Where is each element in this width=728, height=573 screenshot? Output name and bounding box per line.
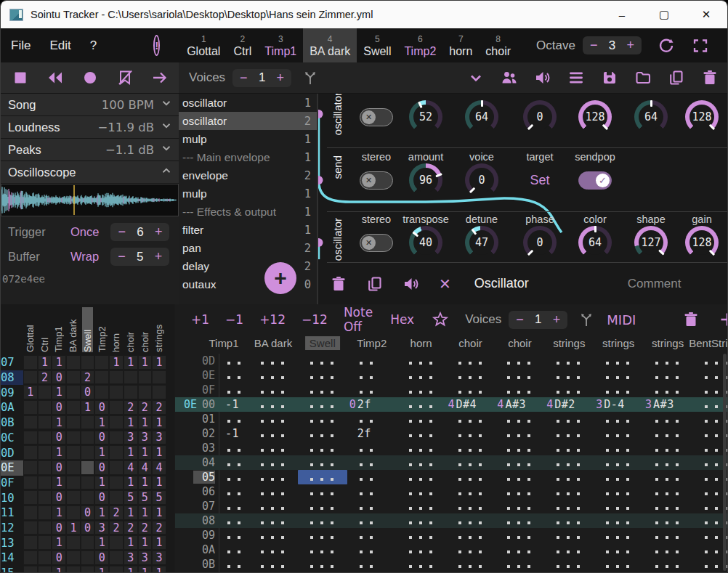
pattern-cell[interactable]: [347, 369, 397, 382]
order-cell[interactable]: 0: [52, 550, 66, 565]
order-column-strings[interactable]: strings: [153, 307, 164, 352]
pattern-cell[interactable]: [544, 383, 594, 397]
order-cell[interactable]: 1: [52, 415, 66, 430]
order-column-timp2[interactable]: Timp2: [97, 307, 108, 352]
pattern-cell[interactable]: [347, 558, 397, 571]
order-cell[interactable]: [66, 385, 81, 399]
pattern-cell[interactable]: [446, 500, 496, 513]
voices-plus-button[interactable]: +: [277, 70, 285, 86]
order-cell[interactable]: 1: [124, 535, 138, 550]
trigger-minus-button[interactable]: −: [118, 224, 126, 240]
unit-item-envelope[interactable]: envelope2: [179, 166, 317, 184]
order-cell[interactable]: [66, 566, 81, 573]
pattern-cell[interactable]: [495, 354, 544, 367]
order-cell[interactable]: [94, 385, 109, 399]
order-cell[interactable]: 0: [52, 431, 66, 445]
order-row-number[interactable]: 09: [1, 385, 23, 400]
order-cell[interactable]: 2: [109, 521, 124, 535]
pattern-cell[interactable]: 2f: [347, 427, 397, 440]
stop-icon[interactable]: [12, 69, 29, 86]
pattern-track-header-strings[interactable]: strings: [647, 336, 688, 350]
pattern-cell[interactable]: [248, 485, 298, 498]
pattern-cell[interactable]: [643, 354, 692, 367]
order-row-number[interactable]: 13: [1, 535, 23, 550]
pattern-cell[interactable]: [495, 558, 544, 571]
order-cell[interactable]: 0: [94, 400, 109, 415]
pattern-cell[interactable]: [397, 543, 446, 556]
pattern-row-number[interactable]: 0E: [175, 369, 215, 382]
delete-pattern-icon[interactable]: [682, 311, 700, 328]
order-row-number[interactable]: 11: [1, 505, 23, 521]
order-column-ctrl[interactable]: Ctrl: [39, 307, 50, 352]
order-cell[interactable]: [23, 521, 38, 535]
order-cell[interactable]: [38, 460, 52, 475]
order-cell[interactable]: [124, 385, 138, 399]
pattern-cell[interactable]: [643, 471, 692, 484]
pattern-cell[interactable]: [446, 442, 496, 455]
pattern-cell[interactable]: [248, 413, 298, 426]
order-cell[interactable]: [23, 476, 38, 490]
order-cell[interactable]: 1: [94, 566, 109, 573]
unit-item-oscillator[interactable]: oscillator2: [179, 112, 317, 130]
pattern-cell[interactable]: 3A#3: [643, 398, 692, 411]
order-cell[interactable]: 1: [124, 415, 138, 430]
order-cell[interactable]: [109, 415, 124, 430]
order-cell[interactable]: 2: [38, 370, 52, 385]
octave-minus-button[interactable]: −: [590, 38, 598, 53]
pattern-cell[interactable]: [397, 383, 446, 397]
unit-item-pan[interactable]: pan2: [179, 239, 317, 257]
target-set-button[interactable]: Set: [530, 173, 549, 188]
pattern-cell[interactable]: [643, 383, 692, 397]
order-cell[interactable]: 5: [138, 490, 153, 505]
order-cell[interactable]: [23, 460, 38, 475]
order-row-number[interactable]: 10: [1, 490, 23, 505]
order-cell[interactable]: [66, 415, 81, 430]
track-tab-ctrl[interactable]: 2Ctrl: [227, 28, 258, 62]
pattern-cell[interactable]: [397, 558, 446, 571]
order-cell[interactable]: 1: [94, 535, 109, 550]
pattern-cell[interactable]: [347, 442, 397, 455]
close-unit-icon[interactable]: ✕: [439, 275, 451, 293]
record-icon[interactable]: [81, 69, 99, 86]
pattern-row-number[interactable]: 06: [175, 485, 215, 498]
transpose-button-minus12[interactable]: −12: [302, 312, 328, 327]
add-pattern-icon[interactable]: [719, 311, 727, 328]
order-column-horn[interactable]: horn: [110, 307, 121, 352]
pattern-cell[interactable]: [495, 427, 544, 440]
pattern-cell[interactable]: [544, 427, 594, 440]
minimize-button[interactable]: –: [601, 1, 643, 28]
pattern-cell[interactable]: [544, 413, 594, 426]
order-cell[interactable]: [23, 566, 38, 573]
order-cell[interactable]: 2: [81, 370, 95, 385]
pattern-cell[interactable]: [594, 471, 643, 484]
menu-icon[interactable]: [567, 69, 585, 86]
order-cell[interactable]: 1: [52, 445, 66, 460]
track-tab-horn[interactable]: 7horn: [442, 28, 479, 62]
pattern-cell[interactable]: [692, 383, 727, 397]
pattern-cell[interactable]: [495, 456, 544, 469]
hex-toggle-button[interactable]: Hex: [390, 312, 414, 327]
order-cell[interactable]: [23, 431, 38, 445]
pattern-cell[interactable]: [594, 529, 643, 542]
rewind-icon[interactable]: [46, 69, 64, 86]
order-cell[interactable]: 0: [81, 505, 95, 520]
order-cell[interactable]: 1: [152, 445, 166, 460]
pattern-row-number[interactable]: 04: [175, 456, 215, 469]
order-row-number[interactable]: 08: [1, 370, 23, 386]
pattern-cell[interactable]: [643, 543, 692, 556]
order-cell[interactable]: [23, 490, 38, 505]
gain-knob[interactable]: 128: [685, 100, 719, 134]
transpose-knob[interactable]: 40: [409, 226, 442, 259]
order-cell[interactable]: [81, 431, 95, 445]
order-cell[interactable]: [152, 385, 166, 399]
pattern-cell[interactable]: [298, 354, 347, 367]
pattern-cell[interactable]: [495, 442, 544, 455]
track-tab-ba-dark[interactable]: 4BA dark: [303, 28, 357, 62]
order-cell[interactable]: [23, 550, 38, 565]
order-cell[interactable]: 1: [124, 476, 138, 490]
pattern-cell[interactable]: [446, 354, 496, 367]
order-cell[interactable]: [66, 505, 81, 520]
pattern-row-number[interactable]: 08: [175, 514, 215, 527]
menu-item-edit[interactable]: Edit: [49, 38, 70, 53]
order-cell[interactable]: 1: [52, 505, 66, 520]
